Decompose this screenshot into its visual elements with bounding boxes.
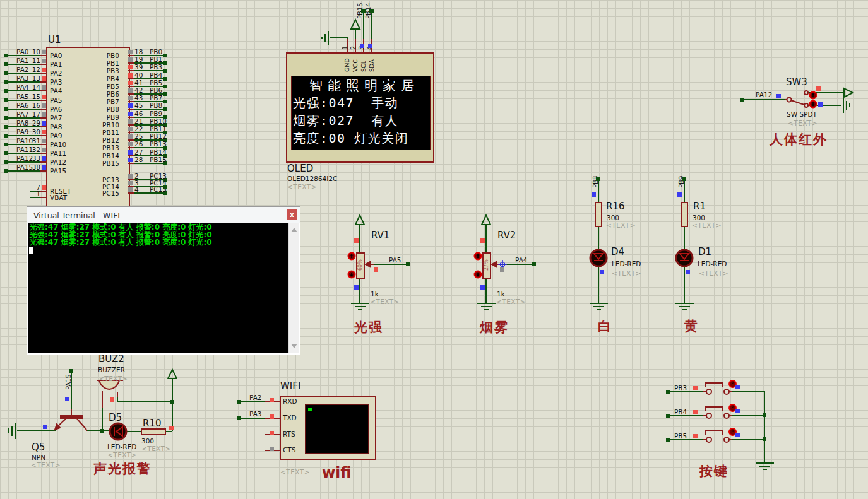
chip-inner-pin-label: PB5	[80, 83, 119, 90]
pin-indicator	[128, 134, 133, 139]
pin-number: 31	[24, 138, 40, 144]
wire-terminal	[163, 77, 167, 81]
wire	[128, 163, 134, 164]
pin-indicator	[128, 142, 133, 146]
chip-inner-pin-label: PA6	[50, 106, 62, 113]
wire-terminal	[163, 107, 167, 111]
pin-number: 42	[134, 87, 143, 94]
wire-terminal	[163, 100, 167, 103]
wire	[128, 132, 134, 133]
wire	[40, 81, 46, 83]
wire	[128, 147, 134, 148]
wire	[40, 90, 46, 91]
pin-number: 40	[134, 72, 143, 79]
wire	[128, 124, 134, 126]
chip-inner-pin-label: PA2	[50, 70, 62, 77]
terminal-close-button[interactable]: x	[287, 209, 297, 220]
net-label: PB8	[150, 102, 162, 109]
pin-indicator	[42, 130, 46, 134]
pin-number: 45	[134, 102, 143, 109]
wire	[728, 391, 732, 392]
wire-terminal	[163, 85, 167, 88]
wire	[128, 117, 134, 118]
pin-indicator	[128, 96, 133, 100]
pin-number: 43	[134, 95, 143, 102]
pin-number: 29	[24, 120, 40, 127]
pin-indicator	[42, 112, 46, 117]
pin-indicator	[128, 187, 133, 192]
wire-terminal	[163, 61, 167, 65]
pin-indicator	[42, 95, 46, 99]
chip-inner-pin-label: VBAT	[50, 194, 67, 201]
wire-terminal	[163, 54, 167, 57]
wire	[128, 155, 134, 156]
pin-indicator	[42, 103, 46, 108]
terminal-titlebar[interactable]: Virtual Terminal - WIFI x	[27, 207, 300, 223]
button-cap	[705, 382, 723, 387]
chip-inner-pin-label: PA4	[50, 88, 62, 95]
pin-indicator	[128, 57, 133, 62]
chip-inner-pin-label: PA15	[50, 168, 66, 175]
pin-indicator	[128, 112, 133, 116]
button-terminal[interactable]	[706, 389, 712, 395]
pin-indicator	[735, 409, 740, 413]
wire	[732, 439, 765, 440]
chip-inner-pin-label: PA7	[50, 115, 62, 122]
pin-number: 28	[134, 156, 143, 163]
scroll-down-icon[interactable]	[291, 344, 297, 348]
wire	[40, 153, 46, 154]
net-label: PB4	[150, 72, 162, 79]
wire	[128, 62, 134, 64]
pin-indicator	[42, 148, 46, 152]
pin-number: 39	[134, 64, 143, 71]
wire-terminal	[163, 92, 167, 96]
net-label: PB3	[674, 385, 687, 392]
chip-inner-pin-label: PC15	[80, 190, 119, 197]
terminal-screen[interactable]: 光强:47 烟雾:27 模式:0 有人 报警:0 亮度:0 灯光:0 光强:47…	[28, 223, 290, 353]
pin-indicator	[128, 158, 133, 162]
pin-indicator	[42, 85, 46, 90]
chip-inner-pin-label: PA8	[50, 124, 62, 131]
pin-number: 26	[134, 141, 143, 148]
wire	[40, 109, 46, 110]
wire	[128, 139, 134, 141]
pin-indicator	[42, 139, 46, 143]
chip-inner-pin-label: PB14	[80, 153, 119, 160]
virtual-terminal-window[interactable]: Virtual Terminal - WIFI x 光强:47 烟雾:27 模式…	[27, 206, 300, 355]
wire	[128, 55, 134, 56]
button-terminal[interactable]	[706, 437, 712, 443]
net-label: PB3	[150, 64, 162, 71]
pin-indicator	[42, 185, 46, 190]
pin-indicator	[693, 434, 698, 438]
wire	[40, 135, 46, 136]
wire	[40, 73, 46, 74]
terminal-scrollbar[interactable]	[288, 223, 299, 353]
scroll-up-icon[interactable]	[291, 228, 297, 232]
pin-indicator	[128, 73, 133, 78]
pin-indicator	[42, 76, 46, 81]
chip-inner-pin-label: PB1	[80, 60, 119, 67]
terminal-title: Virtual Terminal - WIFI	[33, 211, 120, 220]
pin-number: 41	[134, 79, 143, 86]
wire	[128, 109, 134, 110]
chip-inner-pin-label: PA9	[50, 132, 62, 139]
net-label: PB1	[150, 56, 162, 63]
net-label: PB5	[674, 433, 687, 440]
pin-number: 10	[24, 49, 40, 56]
pin-number: 32	[24, 146, 40, 153]
chip-inner-pin-label: PB3	[80, 68, 119, 74]
wire	[40, 161, 46, 163]
pin-number: 22	[134, 126, 143, 132]
wire	[128, 192, 134, 194]
pin-number: 27	[134, 149, 143, 156]
wire	[728, 415, 732, 416]
button-terminal[interactable]	[706, 413, 712, 419]
button-cap	[705, 406, 723, 411]
chip-inner-pin-label: PA12	[50, 159, 66, 166]
pin-indicator	[128, 81, 133, 85]
pin-number: 30	[24, 129, 40, 136]
pin-number: 1	[25, 191, 40, 197]
chip-inner-pin-label: PB4	[80, 76, 119, 83]
net-label: PB6	[150, 87, 162, 94]
pin-number: 38	[24, 164, 40, 171]
